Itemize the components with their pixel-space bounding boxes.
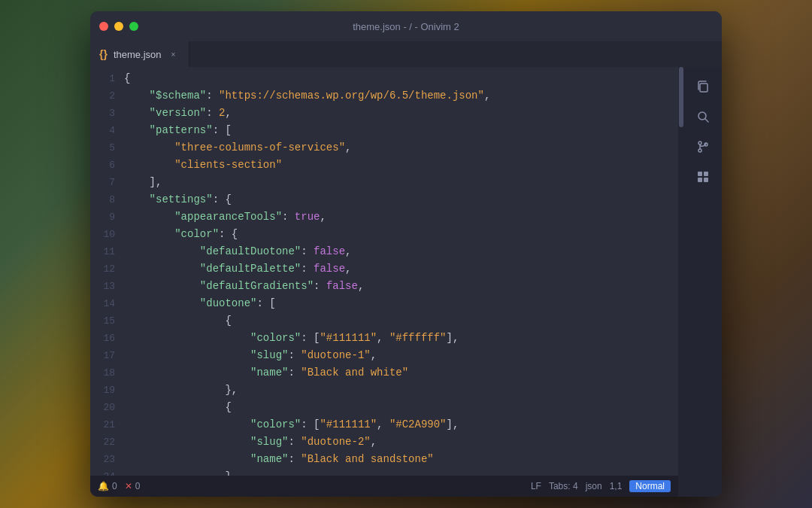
notification-count: 0 (112, 481, 117, 491)
table-row: 19 }, (90, 382, 678, 399)
tabbar: {} theme.json × (90, 41, 722, 67)
language-status: json (586, 481, 602, 491)
traffic-lights (99, 22, 138, 31)
table-row: 5 "three-columns-of-services", (90, 139, 678, 157)
window-title: theme.json - / - Onivim 2 (353, 21, 459, 32)
error-status: ✕ 0 (125, 481, 141, 491)
svg-rect-9 (704, 178, 708, 182)
table-row: 2 "$schema": "https://schemas.wp.org/wp/… (90, 87, 678, 105)
table-row: 24 }, (90, 468, 678, 476)
scrollbar[interactable] (678, 67, 684, 497)
table-row: 1 { (90, 70, 678, 87)
svg-rect-0 (700, 84, 707, 92)
table-row: 10 "color": { (90, 226, 678, 243)
table-row: 16 "colors": ["#111111", "#ffffff"], (90, 330, 678, 347)
mode-badge: Normal (629, 480, 671, 492)
table-row: 17 "slug": "duotone-1", (90, 347, 678, 364)
table-row: 15 { (90, 312, 678, 330)
cursor-position-label: 1,1 (610, 481, 623, 491)
search-icon[interactable] (689, 103, 717, 130)
editor: 1 { 2 "$schema": "https://schemas.wp.org… (90, 67, 678, 497)
table-row: 11 "defaultDuotone": false, (90, 243, 678, 260)
table-row: 21 "colors": ["#111111", "#C2A990"], (90, 416, 678, 433)
titlebar: theme.json - / - Onivim 2 (90, 11, 722, 41)
tab-close-button[interactable]: × (168, 48, 180, 60)
line-ending-status: LF (531, 481, 541, 491)
table-row: 18 "name": "Black and white" (90, 364, 678, 382)
maximize-button[interactable] (129, 22, 138, 31)
tab-size-label: Tabs: 4 (549, 481, 578, 491)
minimize-button[interactable] (114, 22, 123, 31)
tab-label: theme.json (114, 49, 162, 60)
right-sidebar (684, 67, 722, 497)
editor-window: theme.json - / - Onivim 2 {} theme.json … (90, 11, 722, 497)
editor-lines[interactable]: 1 { 2 "$schema": "https://schemas.wp.org… (90, 67, 678, 476)
table-row: 22 "slug": "duotone-2", (90, 433, 678, 451)
line-ending-label: LF (531, 481, 541, 491)
table-row: 6 "clients-section" (90, 157, 678, 174)
scrollbar-thumb[interactable] (679, 67, 683, 127)
table-row: 9 "appearanceTools": true, (90, 208, 678, 226)
svg-line-2 (705, 119, 708, 122)
error-icon: ✕ (125, 481, 132, 491)
table-row: 7 ], (90, 174, 678, 191)
cursor-position-status: 1,1 (610, 481, 623, 491)
language-label: json (586, 481, 602, 491)
content-area: 1 { 2 "$schema": "https://schemas.wp.org… (90, 67, 722, 497)
svg-rect-6 (698, 172, 702, 176)
tab-file-icon: {} (99, 48, 108, 60)
table-row: 4 "patterns": [ (90, 122, 678, 139)
table-row: 23 "name": "Black and sandstone" (90, 451, 678, 468)
tab-theme-json[interactable]: {} theme.json × (90, 41, 189, 67)
table-row: 20 { (90, 399, 678, 416)
bell-icon: 🔔 (98, 481, 109, 491)
table-row: 8 "settings": { (90, 191, 678, 208)
notification-status: 🔔 0 (98, 481, 117, 491)
copy-icon[interactable] (689, 73, 717, 100)
close-button[interactable] (99, 22, 108, 31)
table-row: 12 "defaultPalette": false, (90, 260, 678, 278)
git-icon[interactable] (689, 133, 717, 160)
table-row: 3 "version": 2, (90, 105, 678, 122)
table-row: 13 "defaultGradients": false, (90, 278, 678, 295)
statusbar: 🔔 0 ✕ 0 LF Tabs: 4 json 1,1 (90, 476, 678, 497)
svg-rect-8 (698, 178, 702, 182)
error-count: 0 (135, 481, 141, 491)
grid-icon[interactable] (689, 163, 717, 190)
tab-size-status: Tabs: 4 (549, 481, 578, 491)
table-row: 14 "duotone": [ (90, 295, 678, 312)
svg-rect-7 (704, 172, 708, 176)
